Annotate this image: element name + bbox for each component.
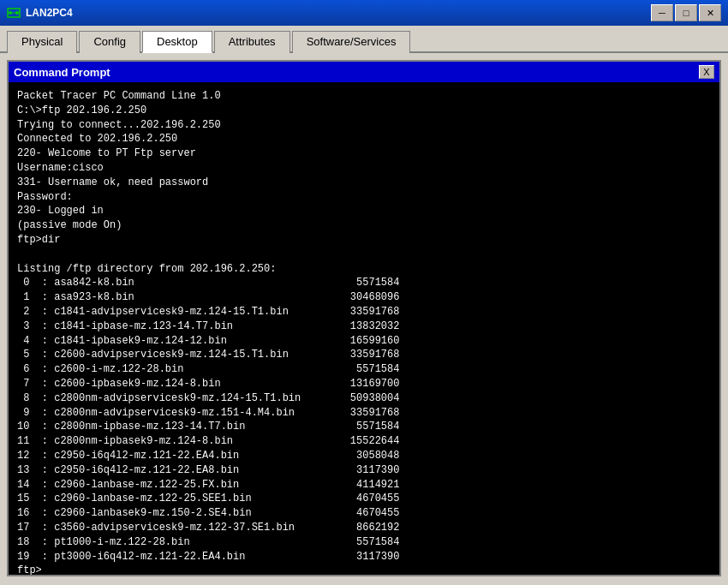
terminal-output[interactable]: Packet Tracer PC Command Line 1.0 C:\>ft… — [9, 82, 719, 575]
command-prompt-window: Command Prompt X Packet Tracer PC Comman… — [7, 60, 721, 576]
tabs-bar: Physical Config Desktop Attributes Softw… — [0, 26, 728, 53]
maximize-button[interactable]: □ — [675, 4, 697, 21]
window-title: LAN2PC4 — [26, 7, 651, 19]
main-content: Command Prompt X Packet Tracer PC Comman… — [0, 53, 728, 583]
svg-point-3 — [15, 11, 19, 15]
tab-desktop[interactable]: Desktop — [142, 31, 212, 53]
minimize-button[interactable]: ─ — [651, 4, 673, 21]
close-button[interactable]: ✕ — [699, 4, 721, 21]
app-icon — [7, 6, 21, 20]
svg-point-2 — [9, 11, 12, 15]
cmd-close-button[interactable]: X — [699, 65, 714, 79]
cmd-title-bar: Command Prompt X — [9, 62, 719, 82]
tab-attributes[interactable]: Attributes — [214, 31, 290, 53]
window-controls: ─ □ ✕ — [651, 4, 721, 21]
tab-config[interactable]: Config — [79, 31, 140, 53]
title-bar: LAN2PC4 ─ □ ✕ — [0, 0, 728, 26]
cmd-window-title: Command Prompt — [14, 66, 110, 79]
tab-software-services[interactable]: Software/Services — [292, 31, 411, 53]
tab-physical[interactable]: Physical — [7, 31, 77, 53]
